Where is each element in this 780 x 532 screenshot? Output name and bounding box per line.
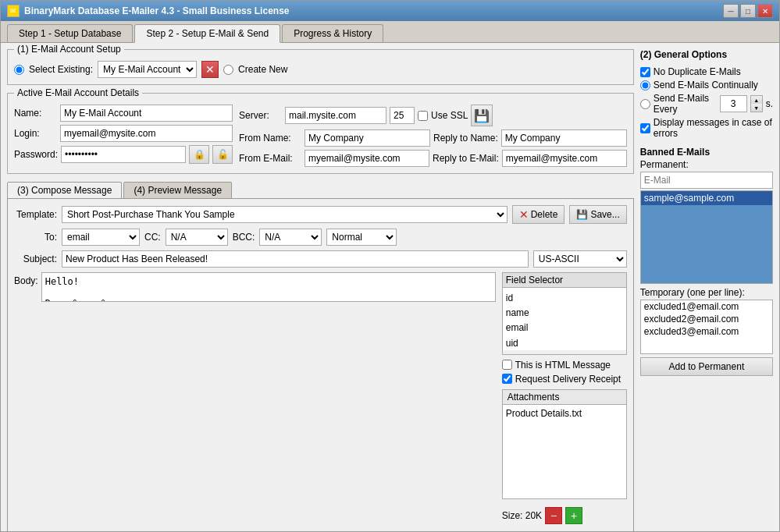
tab-progress[interactable]: Progress & History bbox=[282, 24, 383, 42]
login-input[interactable] bbox=[60, 125, 233, 142]
save-account-button[interactable]: 💾 bbox=[471, 105, 493, 126]
compose-area: Template: Short Post-Purchase Thank You … bbox=[7, 198, 634, 531]
account-details-section: Active E-Mail Account Details Name: Logi… bbox=[7, 93, 634, 174]
list-item[interactable]: email bbox=[506, 321, 623, 335]
reply-to-name-input[interactable] bbox=[501, 129, 627, 147]
list-item[interactable]: excluded1@email.com bbox=[641, 300, 772, 313]
banned-emails-label: Banned E-Mails bbox=[640, 147, 773, 158]
field-selector-list: id name email uid bbox=[503, 288, 626, 350]
field-selector-header: Field Selector bbox=[503, 273, 626, 288]
lock-button[interactable]: 🔒 bbox=[189, 145, 209, 164]
no-duplicate-row: No Duplicate E-Mails bbox=[640, 66, 773, 77]
list-item[interactable]: sample@sample.com bbox=[641, 191, 772, 205]
html-message-label: This is HTML Message bbox=[515, 360, 611, 371]
reply-to-email-label: Reply to E-Mail: bbox=[433, 153, 499, 164]
spinner-buttons: ▲ ▼ bbox=[750, 95, 763, 112]
send-every-row: Send E-Mails Every ▲ ▼ s. bbox=[640, 93, 773, 115]
tab-step2[interactable]: Step 2 - Setup E-Mail & Send bbox=[134, 24, 280, 43]
tab-preview[interactable]: (4) Preview Message bbox=[123, 182, 232, 198]
name-label: Name: bbox=[14, 108, 57, 119]
delivery-receipt-label: Request Delivery Receipt bbox=[515, 374, 621, 385]
send-every-input[interactable] bbox=[720, 95, 747, 112]
password-label: Password: bbox=[14, 149, 58, 160]
unlock-button[interactable]: 🔓 bbox=[212, 145, 233, 164]
general-options: No Duplicate E-Mails Send E-Mails Contin… bbox=[640, 66, 773, 139]
password-field-row: Password: 🔒 🔓 bbox=[14, 145, 233, 164]
body-area: Body: Hello! Dear %name%, We would like … bbox=[14, 272, 627, 531]
bcc-select[interactable]: N/A bbox=[259, 229, 322, 246]
reply-to-name-label: Reply to Name: bbox=[433, 133, 498, 144]
cc-label: CC: bbox=[144, 232, 161, 243]
login-field-row: Login: bbox=[14, 125, 233, 142]
subject-input[interactable] bbox=[62, 250, 529, 268]
display-errors-row: Display messages in case of errors bbox=[640, 117, 773, 139]
send-continually-row: Send E-Mails Continually bbox=[640, 80, 773, 90]
spinner-up[interactable]: ▲ bbox=[751, 96, 762, 104]
server-field-row: Server: Use SSL 💾 bbox=[239, 105, 627, 126]
to-label: To: bbox=[14, 232, 57, 243]
add-attachment-button[interactable]: + bbox=[565, 507, 582, 524]
login-label: Login: bbox=[14, 128, 57, 139]
password-input[interactable] bbox=[61, 146, 186, 163]
to-select[interactable]: email bbox=[62, 229, 140, 246]
name-input[interactable] bbox=[60, 105, 233, 122]
title-buttons: ─ □ ✕ bbox=[723, 4, 773, 18]
no-duplicate-checkbox[interactable] bbox=[640, 67, 650, 77]
from-name-field-row: From Name: Reply to Name: bbox=[239, 129, 627, 147]
compose-tabs-container: (3) Compose Message (4) Preview Message … bbox=[7, 179, 634, 531]
body-textarea[interactable]: Hello! Dear %name%, We would like to inf… bbox=[41, 272, 496, 302]
remove-attachment-button[interactable]: − bbox=[545, 507, 562, 524]
send-continually-label: Send E-Mails Continually bbox=[654, 80, 758, 90]
from-name-input[interactable] bbox=[305, 129, 430, 147]
from-email-field-row: From E-Mail: Reply to E-Mail: bbox=[239, 150, 627, 167]
general-options-title: (2) General Options bbox=[640, 49, 773, 60]
recipients-row: To: email CC: N/A BCC: N/A No bbox=[14, 229, 627, 246]
display-errors-checkbox[interactable] bbox=[640, 123, 650, 133]
add-to-permanent-button[interactable]: Add to Permanent bbox=[640, 357, 773, 376]
send-continually-radio[interactable] bbox=[640, 80, 650, 90]
permanent-label: Permanent: bbox=[640, 159, 773, 170]
display-errors-label: Display messages in case of errors bbox=[654, 117, 773, 139]
subject-row: Subject: US-ASCII bbox=[14, 250, 627, 268]
delivery-receipt-checkbox[interactable] bbox=[502, 374, 512, 384]
select-existing-label: Select Existing: bbox=[29, 64, 93, 75]
tab-compose[interactable]: (3) Compose Message bbox=[7, 182, 122, 198]
minimize-button[interactable]: ─ bbox=[723, 4, 739, 18]
maximize-button[interactable]: □ bbox=[740, 4, 756, 18]
list-item[interactable]: id bbox=[506, 291, 623, 306]
account-select[interactable]: My E-Mail Account bbox=[98, 61, 197, 78]
save-template-button[interactable]: 💾 Save... bbox=[569, 205, 626, 224]
delete-template-button[interactable]: ✕ Delete bbox=[512, 205, 565, 224]
use-ssl-checkbox[interactable] bbox=[418, 111, 428, 121]
close-button[interactable]: ✕ bbox=[757, 4, 773, 18]
send-every-label: Send E-Mails Every bbox=[654, 93, 717, 115]
spinner-down[interactable]: ▼ bbox=[751, 104, 762, 112]
attachment-item[interactable]: Product Details.txt bbox=[506, 408, 623, 419]
template-row: Template: Short Post-Purchase Thank You … bbox=[14, 205, 627, 224]
permanent-email-input[interactable] bbox=[640, 172, 773, 189]
list-item[interactable]: excluded3@email.com bbox=[641, 325, 772, 338]
app-window: ✉ BinaryMark Database E-Mailer 4.3 - Sma… bbox=[0, 0, 780, 532]
size-row: Size: 20K − + bbox=[502, 507, 627, 524]
template-select[interactable]: Short Post-Purchase Thank You Sample bbox=[62, 206, 508, 223]
send-every-radio[interactable] bbox=[640, 99, 650, 109]
html-message-checkbox[interactable] bbox=[502, 360, 512, 370]
main-content: (1) E-Mail Account Setup Select Existing… bbox=[1, 42, 779, 531]
list-item[interactable]: uid bbox=[506, 336, 623, 350]
cc-select[interactable]: N/A bbox=[166, 229, 228, 246]
priority-select[interactable]: Normal bbox=[326, 229, 397, 246]
delete-account-button[interactable]: ✕ bbox=[201, 61, 219, 78]
server-input[interactable] bbox=[285, 107, 386, 124]
body-label: Body: bbox=[14, 275, 38, 286]
select-existing-radio[interactable] bbox=[14, 65, 24, 75]
encoding-select[interactable]: US-ASCII bbox=[533, 250, 627, 268]
field-selector-box: Field Selector id name email uid bbox=[502, 272, 627, 355]
reply-to-email-input[interactable] bbox=[502, 150, 627, 167]
list-item[interactable]: excluded2@email.com bbox=[641, 313, 772, 325]
create-new-radio[interactable] bbox=[223, 65, 233, 75]
port-input[interactable] bbox=[390, 107, 415, 124]
from-email-input[interactable] bbox=[305, 150, 429, 167]
server-label: Server: bbox=[239, 110, 282, 121]
list-item[interactable]: name bbox=[506, 306, 623, 321]
tab-step1[interactable]: Step 1 - Setup Database bbox=[7, 24, 133, 42]
